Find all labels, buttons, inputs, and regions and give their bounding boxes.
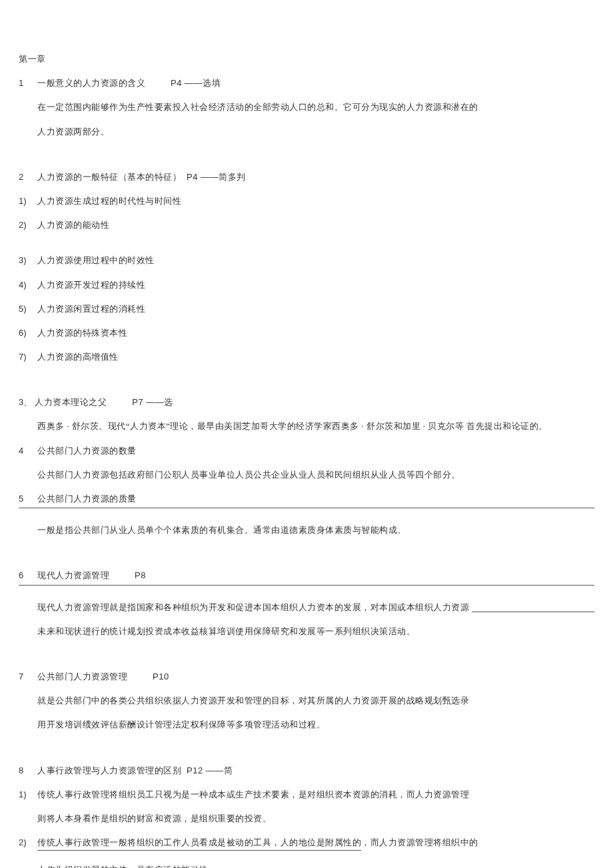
body-text: 在一定范围内能够作为生产性要素投入社会经济活动的全部劳动人口的总和。它可分为现实… <box>37 101 478 113</box>
list-text: 传统人事行政管理将组织员工只视为是一种成本或生产技术要素，是对组织资本资源的消耗… <box>37 789 469 801</box>
item-1-title: 1 一般意义的人力资源的含义 P4 ——选填 <box>19 77 594 89</box>
list-text: 人力资源闲置过程的消耗性 <box>37 303 145 315</box>
chapter-text: 第一章 <box>19 53 46 65</box>
item-number: 7 <box>19 671 37 681</box>
body-text: 用开发培训绩效评估薪酬设计管理法定权利保障等多项管理活动和过程。 <box>37 719 325 731</box>
item-7-body-a: 就是公共部门中的各类公共组织依据人力资源开发和管理的目标，对其所属的人力资源开展… <box>19 695 594 707</box>
list-number: 4) <box>19 280 37 290</box>
body-text: 公共部门人力资源包括政府部门公职人员事业单位人员公共企业从业人员和民间组织从业人… <box>37 469 460 481</box>
item-4-title: 4 公共部门人力资源的数量 <box>19 445 594 457</box>
list-item: 3) 人力资源使用过程中的时效性 <box>19 254 594 266</box>
item-title-text: 现代人力资源管理 <box>37 570 109 582</box>
item-title-text: 一般意义的人力资源的含义 <box>37 77 145 89</box>
item-6-body-b: 未来和现状进行的统计规划投资成本收益核算培训使用保障研究和发展等一系列组织决策活… <box>19 626 594 638</box>
item-number: 2 <box>19 172 37 182</box>
list-item: 6) 人力资源的特殊资本性 <box>19 327 594 339</box>
item-title-text: 人力资本理论之父 <box>35 396 107 408</box>
item-number: 5 <box>19 494 37 504</box>
list-item-cont: 则将人本身看作是组织的财富和资源，是组织重要的投资。 <box>19 813 594 825</box>
item-1-body-a: 在一定范围内能够作为生产性要素投入社会经济活动的全部劳动人口的总和。它可分为现实… <box>19 101 594 113</box>
item-number: 8 <box>19 765 37 775</box>
list-number: 7) <box>19 352 37 362</box>
list-number: 1) <box>19 196 37 206</box>
list-item: 2) 传统人事行政管理一般将组织的工作人员看成是被动的工具，人的地位是附属性的 … <box>19 837 594 851</box>
list-number: 5) <box>19 304 37 314</box>
list-item: 1) 人力资源生成过程的时代性与时间性 <box>19 195 594 207</box>
underline-fill <box>472 602 594 612</box>
page-ref: P10 <box>153 671 169 683</box>
list-number: 3) <box>19 255 37 265</box>
list-text: 则将人本身看作是组织的财富和资源，是组织重要的投资。 <box>37 813 271 825</box>
document-page: 第一章 1 一般意义的人力资源的含义 P4 ——选填 在一定范围内能够作为生产性… <box>0 0 613 868</box>
list-text: 人力资源使用过程中的时效性 <box>37 254 155 266</box>
list-number: 6) <box>19 328 37 338</box>
item-number: 1 <box>19 78 37 88</box>
item-3-body: 西奥多 · 舒尔茨。现代“人力资本”理论，最早由美国芝加哥大学的经济学家西奥多 … <box>19 420 594 432</box>
item-number: 4 <box>19 446 37 456</box>
list-text: 。 <box>262 864 271 868</box>
list-text: 人力资源生成过程的时代性与时间性 <box>37 195 181 207</box>
page-ref: P12 ——简 <box>187 765 233 777</box>
list-item: 4) 人力资源开发过程的持续性 <box>19 279 594 291</box>
item-8-title: 8 人事行政管理与人力资源管理的区别 P12 ——简 <box>19 765 594 777</box>
item-title-text: 公共部门人力资源的质量 <box>37 493 137 505</box>
list-number: 2) <box>19 220 37 230</box>
item-title-text: 公共部门人力资源管理 <box>37 671 127 683</box>
item-3-title: 3、 人力资本理论之父 P7 ——选 <box>19 396 594 408</box>
body-text: 一般是指公共部门从业人员单个个体素质的有机集合。通常由道德素质身体素质与智能构成… <box>37 524 406 536</box>
item-number: 3、 <box>19 396 32 408</box>
item-5-title: 5 公共部门人力资源的质量 <box>19 493 594 508</box>
body-text: 未来和现状进行的统计规划投资成本收益核算培训使用保障研究和发展等一系列组织决策活… <box>37 626 415 638</box>
list-text: 人力资源开发过程的持续性 <box>37 279 145 291</box>
item-7-title: 7 公共部门人力资源管理 P10 <box>19 671 594 683</box>
list-text: 人作为组织发展的主体，具有广泛的能动性 <box>37 864 209 868</box>
list-item: 2) 人力资源的能动性 <box>19 219 594 231</box>
page-ref: P8 <box>135 570 146 582</box>
chapter-heading: 第一章 <box>19 53 594 65</box>
page-ref: P4 ——简多判 <box>187 171 246 183</box>
body-text: 人力资源两部分。 <box>37 126 109 138</box>
page-ref: P4 ——选填 <box>171 77 221 89</box>
underline-fill <box>209 864 262 868</box>
item-2-title: 2 人力资源的一般特征（基本的特征） P4 ——简多判 <box>19 171 594 183</box>
body-text: 就是公共部门中的各类公共组织依据人力资源开发和管理的目标，对其所属的人力资源开展… <box>37 695 469 707</box>
list-item: 7) 人力资源的高增值性 <box>19 351 594 363</box>
item-6-body-a: 现代人力资源管理就是指国家和各种组织为开发和促进本国本组织人力资本的发展，对本国… <box>19 602 594 614</box>
item-number: 6 <box>19 570 37 580</box>
list-text: 人力资源的特殊资本性 <box>37 327 127 339</box>
body-text: 西奥多 · 舒尔茨。现代“人力资本”理论，最早由美国芝加哥大学的经济学家西奥多 … <box>37 420 548 432</box>
page-ref: P7 ——选 <box>132 396 173 408</box>
list-text: ，而人力资源管理将组织中的 <box>361 837 478 849</box>
item-4-body: 公共部门人力资源包括政府部门公职人员事业单位人员公共企业从业人员和民间组织从业人… <box>19 469 594 481</box>
item-7-body-b: 用开发培训绩效评估薪酬设计管理法定权利保障等多项管理活动和过程。 <box>19 719 594 731</box>
item-6-title: 6 现代人力资源管理 P8 <box>19 570 594 585</box>
body-text: 现代人力资源管理就是指国家和各种组织为开发和促进本国本组织人力资本的发展，对本国… <box>37 602 469 614</box>
list-text: 传统人事行政管理一般将组织的工作人员看成是被动的工具，人的地位是附属性的 <box>37 837 361 851</box>
list-number: 1) <box>19 789 37 799</box>
list-number: 2) <box>19 837 37 847</box>
list-item-cont: 人作为组织发展的主体，具有广泛的能动性 。 <box>19 863 594 868</box>
item-5-body: 一般是指公共部门从业人员单个个体素质的有机集合。通常由道德素质身体素质与智能构成… <box>19 524 594 536</box>
list-text: 人力资源的能动性 <box>37 219 109 231</box>
item-title-text: 公共部门人力资源的数量 <box>37 445 137 457</box>
item-title-text: 人事行政管理与人力资源管理的区别 <box>37 765 181 777</box>
list-item: 1) 传统人事行政管理将组织员工只视为是一种成本或生产技术要素，是对组织资本资源… <box>19 789 594 801</box>
item-1-body-b: 人力资源两部分。 <box>19 126 594 138</box>
list-text: 人力资源的高增值性 <box>37 351 119 363</box>
item-title-text: 人力资源的一般特征（基本的特征） <box>37 171 181 183</box>
list-item: 5) 人力资源闲置过程的消耗性 <box>19 303 594 315</box>
